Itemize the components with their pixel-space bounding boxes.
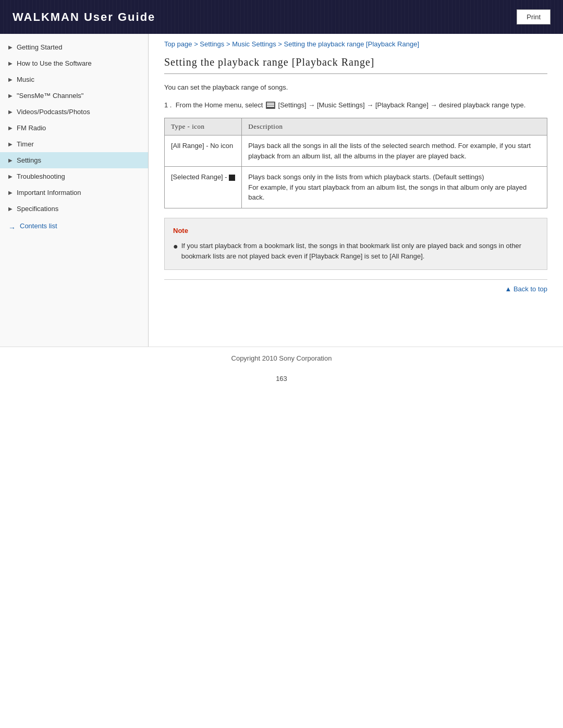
sidebar-label: Videos/Podcasts/Photos xyxy=(17,108,90,116)
sidebar-item-specifications[interactable]: ▶ Specifications xyxy=(0,201,148,217)
sidebar-label: Timer xyxy=(17,140,34,148)
sidebar: ▶ Getting Started ▶ How to Use the Softw… xyxy=(0,34,149,347)
step-1: 1 . From the Home menu, select [Settings… xyxy=(164,100,547,111)
arrow-icon: ▶ xyxy=(8,174,13,179)
intro-text: You can set the playback range of songs. xyxy=(164,82,547,93)
sidebar-label: Specifications xyxy=(17,205,58,213)
sidebar-item-sensme-channels[interactable]: ▶ "SensMe™ Channels" xyxy=(0,88,148,104)
breadcrumb-music-settings[interactable]: Music Settings xyxy=(232,40,276,48)
arrow-icon: ▶ xyxy=(8,77,13,82)
arrow-icon: ▶ xyxy=(8,109,13,115)
contents-list-label: Contents list xyxy=(20,222,57,230)
note-bullet: ● If you start playback from a bookmark … xyxy=(173,241,538,263)
arrow-icon: ▶ xyxy=(8,157,13,163)
contents-list-link[interactable]: Contents list xyxy=(0,217,148,235)
breadcrumb-separator: > xyxy=(278,40,284,48)
table-row: [All Range] - No icon Plays back all the… xyxy=(165,135,547,167)
arrow-icon: ▶ xyxy=(8,190,13,195)
playback-range-table: Type - icon Description [All Range] - No… xyxy=(164,118,547,208)
arrow-right-icon xyxy=(8,224,17,229)
sidebar-label: Music xyxy=(17,76,34,83)
sidebar-item-settings[interactable]: ▶ Settings xyxy=(0,152,148,168)
table-col1-header: Type - icon xyxy=(165,118,242,135)
arrow-icon: ▶ xyxy=(8,93,13,98)
sidebar-label: How to Use the Software xyxy=(17,59,92,67)
back-to-top-link[interactable]: ▲ Back to top xyxy=(505,285,547,293)
sidebar-label: Getting Started xyxy=(17,43,62,51)
settings-icon xyxy=(266,102,275,109)
sidebar-item-how-to-use-software[interactable]: ▶ How to Use the Software xyxy=(0,55,148,71)
breadcrumb-current[interactable]: Setting the playback range [Playback Ran… xyxy=(284,40,419,48)
table-row: [Selected Range] - Plays back songs only… xyxy=(165,167,547,208)
sidebar-item-important-information[interactable]: ▶ Important Information xyxy=(0,184,148,201)
page-title: Setting the playback range [Playback Ran… xyxy=(164,56,547,74)
arrow-icon: ▶ xyxy=(8,125,13,131)
breadcrumb: Top page > Settings > Music Settings > S… xyxy=(164,34,547,56)
breadcrumb-separator: > xyxy=(194,40,200,48)
sidebar-label: Important Information xyxy=(17,189,81,196)
note-text: If you start playback from a bookmark li… xyxy=(181,241,538,263)
sidebar-label: Settings xyxy=(17,156,41,164)
sidebar-item-timer[interactable]: ▶ Timer xyxy=(0,136,148,152)
breadcrumb-separator: > xyxy=(226,40,232,48)
print-button[interactable]: Print xyxy=(517,9,550,24)
page-number: 163 xyxy=(0,367,563,390)
arrow-icon: ▶ xyxy=(8,44,13,50)
page-footer: Copyright 2010 Sony Corporation xyxy=(0,347,563,367)
app-title: WALKMAN User Guide xyxy=(13,10,155,24)
table-cell-type: [Selected Range] - xyxy=(165,167,242,208)
arrow-icon: ▶ xyxy=(8,141,13,147)
table-cell-type: [All Range] - No icon xyxy=(165,135,242,167)
header: WALKMAN User Guide Print xyxy=(0,0,563,34)
breadcrumb-top-page[interactable]: Top page xyxy=(164,40,192,48)
table-cell-description: Plays back songs only in the lists from … xyxy=(242,167,547,208)
table-col2-header: Description xyxy=(242,118,547,135)
content-footer: ▲ Back to top xyxy=(164,279,547,295)
main-layout: ▶ Getting Started ▶ How to Use the Softw… xyxy=(0,34,563,347)
breadcrumb-settings[interactable]: Settings xyxy=(200,40,224,48)
black-square-icon xyxy=(229,175,235,181)
sidebar-item-music[interactable]: ▶ Music xyxy=(0,71,148,88)
sidebar-label: Troubleshooting xyxy=(17,172,65,180)
bullet-dot: ● xyxy=(173,241,178,252)
arrow-icon: ▶ xyxy=(8,60,13,66)
main-content: Top page > Settings > Music Settings > S… xyxy=(149,34,563,347)
sidebar-item-troubleshooting[interactable]: ▶ Troubleshooting xyxy=(0,168,148,184)
selected-range-label: [Selected Range] - xyxy=(171,173,229,181)
note-title: Note xyxy=(173,226,538,237)
sidebar-label: "SensMe™ Channels" xyxy=(17,92,83,100)
arrow-icon: ▶ xyxy=(8,206,13,212)
back-to-top-label: Back to top xyxy=(513,285,547,293)
sidebar-item-fm-radio[interactable]: ▶ FM Radio xyxy=(0,120,148,136)
sidebar-item-videos-podcasts-photos[interactable]: ▶ Videos/Podcasts/Photos xyxy=(0,104,148,120)
step-1-text: 1 . From the Home menu, select [Settings… xyxy=(164,100,525,111)
sidebar-label: FM Radio xyxy=(17,124,46,132)
table-cell-description: Plays back all the songs in all the list… xyxy=(242,135,547,167)
note-box: Note ● If you start playback from a book… xyxy=(164,218,547,270)
sidebar-item-getting-started[interactable]: ▶ Getting Started xyxy=(0,39,148,55)
copyright-text: Copyright 2010 Sony Corporation xyxy=(231,354,332,362)
